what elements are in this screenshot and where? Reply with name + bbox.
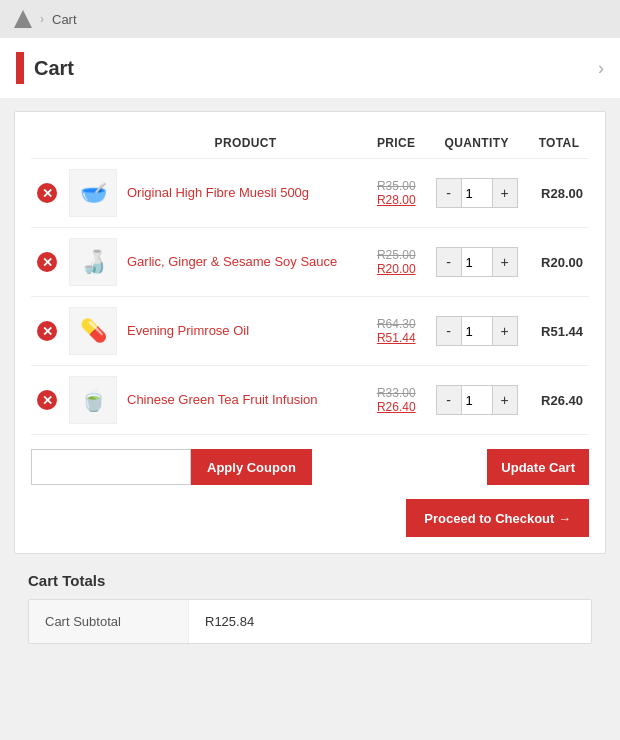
col-quantity: QUANTITY [424, 128, 529, 159]
price-block: R25.00 R20.00 [374, 248, 418, 276]
product-icon: 🍶 [80, 249, 107, 275]
remove-item-button[interactable]: ✕ [37, 252, 57, 272]
sale-price: R51.44 [374, 331, 418, 345]
product-name[interactable]: Chinese Green Tea Fruit Infusion [127, 392, 318, 407]
quantity-input[interactable] [461, 248, 493, 276]
col-total: TOTAL [529, 128, 589, 159]
product-thumbnail: 🍶 [69, 238, 117, 286]
row-total: R26.40 [529, 366, 589, 435]
product-thumbnail: 🍵 [69, 376, 117, 424]
row-total: R20.00 [529, 228, 589, 297]
original-price: R64.30 [374, 317, 418, 331]
cart-subtotal-label: Cart Subtotal [29, 600, 189, 643]
quantity-increase-button[interactable]: + [493, 317, 517, 345]
quantity-control: - + [436, 385, 518, 415]
original-price: R25.00 [374, 248, 418, 262]
price-block: R33.00 R26.40 [374, 386, 418, 414]
sale-price: R20.00 [374, 262, 418, 276]
quantity-input[interactable] [461, 317, 493, 345]
remove-item-button[interactable]: ✕ [37, 321, 57, 341]
cart-totals-title: Cart Totals [14, 572, 606, 589]
quantity-increase-button[interactable]: + [493, 248, 517, 276]
remove-item-button[interactable]: ✕ [37, 390, 57, 410]
header-chevron-icon: › [598, 58, 604, 79]
breadcrumb-separator: › [40, 12, 44, 26]
update-cart-button[interactable]: Update Cart [487, 449, 589, 485]
price-block: R64.30 R51.44 [374, 317, 418, 345]
col-product: PRODUCT [123, 128, 368, 159]
row-total: R51.44 [529, 297, 589, 366]
product-thumbnail: 🥣 [69, 169, 117, 217]
table-header-row: PRODUCT PRICE QUANTITY TOTAL [31, 128, 589, 159]
price-block: R35.00 R28.00 [374, 179, 418, 207]
cart-totals-container: Cart Subtotal R125.84 [28, 599, 592, 644]
checkout-row: Proceed to Checkout → [31, 499, 589, 537]
quantity-control: - + [436, 316, 518, 346]
quantity-input[interactable] [461, 179, 493, 207]
col-price: PRICE [368, 128, 424, 159]
product-icon: 🍵 [80, 387, 107, 413]
row-total: R28.00 [529, 159, 589, 228]
quantity-increase-button[interactable]: + [493, 386, 517, 414]
cart-table: PRODUCT PRICE QUANTITY TOTAL ✕ 🥣 Origina… [31, 128, 589, 435]
main-content: PRODUCT PRICE QUANTITY TOTAL ✕ 🥣 Origina… [0, 111, 620, 644]
product-name[interactable]: Original High Fibre Muesli 500g [127, 185, 309, 200]
quantity-decrease-button[interactable]: - [437, 386, 461, 414]
cart-subtotal-value: R125.84 [189, 600, 270, 643]
home-icon[interactable] [14, 10, 32, 28]
coupon-area: Apply Coupon [31, 449, 477, 485]
remove-item-button[interactable]: ✕ [37, 183, 57, 203]
product-thumbnail: 💊 [69, 307, 117, 355]
table-row: ✕ 🍶 Garlic, Ginger & Sesame Soy Sauce R2… [31, 228, 589, 297]
apply-coupon-button[interactable]: Apply Coupon [191, 449, 312, 485]
table-row: ✕ 💊 Evening Primrose Oil R64.30 R51.44 - [31, 297, 589, 366]
table-row: ✕ 🍵 Chinese Green Tea Fruit Infusion R33… [31, 366, 589, 435]
coupon-input[interactable] [31, 449, 191, 485]
quantity-decrease-button[interactable]: - [437, 179, 461, 207]
quantity-decrease-button[interactable]: - [437, 248, 461, 276]
col-remove [31, 128, 63, 159]
page-header: Cart › [0, 38, 620, 99]
cart-totals-row: Cart Subtotal R125.84 [29, 600, 591, 643]
breadcrumb: › Cart [0, 0, 620, 38]
col-image [63, 128, 123, 159]
product-name[interactable]: Garlic, Ginger & Sesame Soy Sauce [127, 254, 337, 269]
cart-actions: Apply Coupon Update Cart [31, 449, 589, 485]
breadcrumb-cart: Cart [52, 12, 77, 27]
page-title: Cart [34, 57, 74, 80]
original-price: R35.00 [374, 179, 418, 193]
sale-price: R26.40 [374, 400, 418, 414]
quantity-control: - + [436, 178, 518, 208]
product-name[interactable]: Evening Primrose Oil [127, 323, 249, 338]
checkout-button[interactable]: Proceed to Checkout → [406, 499, 589, 537]
sale-price: R28.00 [374, 193, 418, 207]
quantity-input[interactable] [461, 386, 493, 414]
original-price: R33.00 [374, 386, 418, 400]
cart-container: PRODUCT PRICE QUANTITY TOTAL ✕ 🥣 Origina… [14, 111, 606, 554]
product-icon: 🥣 [80, 180, 107, 206]
quantity-increase-button[interactable]: + [493, 179, 517, 207]
header-accent [16, 52, 24, 84]
quantity-control: - + [436, 247, 518, 277]
product-icon: 💊 [80, 318, 107, 344]
table-row: ✕ 🥣 Original High Fibre Muesli 500g R35.… [31, 159, 589, 228]
quantity-decrease-button[interactable]: - [437, 317, 461, 345]
